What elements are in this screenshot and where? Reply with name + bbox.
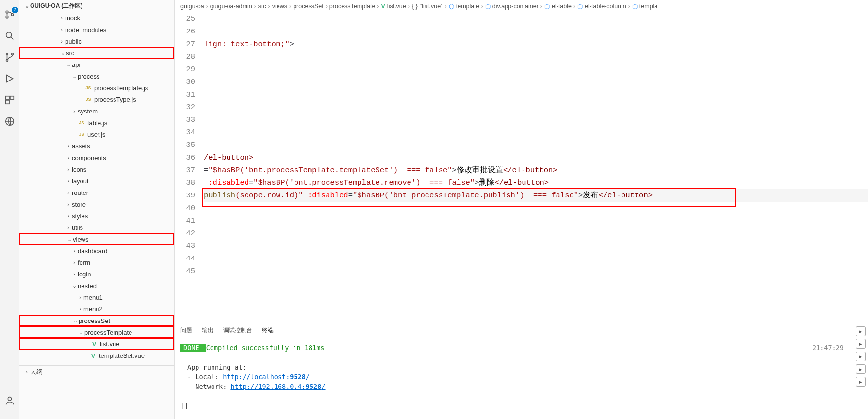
line-number: 25 <box>175 13 195 25</box>
local-port[interactable]: 9528 <box>290 373 306 381</box>
git-branch-icon[interactable] <box>3 50 16 64</box>
tree-item-menu2[interactable]: ›menu2 <box>19 303 174 315</box>
breadcrumb-item[interactable]: src <box>258 3 266 10</box>
tree-item-processTemplate-js[interactable]: JSprocessTemplate.js <box>19 82 174 94</box>
tree-label: api <box>72 61 174 68</box>
terminal-ctrl-3[interactable]: ▸ <box>856 352 866 361</box>
local-slash[interactable]: / <box>306 373 310 381</box>
tree-item-nested[interactable]: ⌄nested <box>19 280 174 291</box>
code-line[interactable] <box>204 139 868 151</box>
terminal-ctrl-5[interactable]: ▸ <box>856 377 866 387</box>
tree-label: form <box>78 259 174 266</box>
tree-item-menu1[interactable]: ›menu1 <box>19 291 174 303</box>
tree-item-table-js[interactable]: JStable.js <box>19 117 174 129</box>
tree-item-styles[interactable]: ›styles <box>19 210 174 222</box>
code-line[interactable] <box>204 227 868 240</box>
tree-item-layout[interactable]: ›layout <box>19 175 174 187</box>
tree-label: processTemplate <box>84 329 173 336</box>
tree-item-form[interactable]: ›form <box>19 257 174 268</box>
code-line[interactable]: lign: text-bottom;"> <box>204 38 868 50</box>
code-line[interactable]: /el-button> <box>204 151 868 164</box>
tree-item-src[interactable]: ⌄src <box>19 47 174 59</box>
tree-item-components[interactable]: ›components <box>19 152 174 163</box>
code-line[interactable] <box>204 76 868 88</box>
tree-item-views[interactable]: ⌄views <box>19 233 174 245</box>
line-number: 26 <box>175 25 195 38</box>
tree-item-dashboard[interactable]: ›dashboard <box>19 245 174 257</box>
tree-item-assets[interactable]: ›assets <box>19 140 174 152</box>
breadcrumb-item[interactable]: ⬡div.app-container <box>485 3 539 10</box>
panel-tab-3[interactable]: 终端 <box>262 324 274 337</box>
breadcrumb-item[interactable]: ⬡el-table <box>544 3 572 10</box>
account-icon[interactable] <box>3 394 16 407</box>
panel-tab-2[interactable]: 调试控制台 <box>223 324 252 337</box>
outline-section[interactable]: › 大纲 <box>19 365 174 378</box>
terminal[interactable]: 21:47:29 DONE Compiled successfully in 1… <box>175 339 853 419</box>
tree-item-user-js[interactable]: JSuser.js <box>19 129 174 140</box>
code-line[interactable] <box>204 126 868 139</box>
code-line[interactable] <box>204 88 868 101</box>
tree-item-processType-js[interactable]: JSprocessType.js <box>19 94 174 105</box>
breadcrumb-item[interactable]: ⬡template <box>449 3 479 10</box>
code-area[interactable]: lign: text-bottom;">/el-button>="$hasBP(… <box>204 13 868 322</box>
explorer-header[interactable]: ⌄ GUIGU-OA (工作区) <box>19 0 174 12</box>
code-editor[interactable]: 2526272829303132333435363738394041424344… <box>175 13 868 322</box>
network-url[interactable]: http://192.168.0.4: <box>230 383 305 390</box>
breadcrumb-item[interactable]: guigu-oa <box>180 3 204 10</box>
tree-item-list-vue[interactable]: Vlist.vue <box>19 338 174 350</box>
line-number: 41 <box>175 214 195 227</box>
tree-item-public[interactable]: ›public <box>19 35 174 47</box>
terminal-ctrl-4[interactable]: ▸ <box>856 364 866 374</box>
tree-item-processTemplate[interactable]: ⌄processTemplate <box>19 326 174 338</box>
tree-item-mock[interactable]: ›mock <box>19 12 174 24</box>
tree-item-system[interactable]: ›system <box>19 105 174 117</box>
code-line[interactable] <box>204 252 868 265</box>
breadcrumb-label: el-table-column <box>585 3 626 10</box>
breadcrumb-item[interactable]: processTemplate <box>329 3 376 10</box>
tree-item-templateSet-vue[interactable]: VtemplateSet.vue <box>19 350 174 361</box>
breadcrumb-item[interactable]: ⬡el-table-column <box>577 3 626 10</box>
svg-rect-8 <box>10 96 13 99</box>
code-line[interactable] <box>204 214 868 227</box>
tree-item-processSet[interactable]: ⌄processSet <box>19 315 174 326</box>
extensions-icon[interactable] <box>3 93 16 107</box>
code-line[interactable] <box>204 63 868 76</box>
network-port[interactable]: 9528 <box>306 383 322 390</box>
network-slash[interactable]: / <box>321 383 325 390</box>
tree-item-store[interactable]: ›store <box>19 198 174 210</box>
code-line[interactable]: ="$hasBP('bnt.processTemplate.templateSe… <box>204 164 868 177</box>
local-url[interactable]: http://localhost: <box>223 373 290 381</box>
tree-item-router[interactable]: ›router <box>19 187 174 198</box>
tree-item-node_modules[interactable]: ›node_modules <box>19 24 174 35</box>
code-line[interactable] <box>204 240 868 252</box>
tree-item-process[interactable]: ⌄process <box>19 70 174 82</box>
tree-label: styles <box>72 212 174 220</box>
breadcrumb-item[interactable]: processSet <box>293 3 324 10</box>
code-line[interactable] <box>204 13 868 25</box>
search-icon[interactable] <box>3 29 16 43</box>
remote-icon[interactable] <box>3 114 16 128</box>
breadcrumb-item[interactable]: views <box>272 3 287 10</box>
panel-tab-0[interactable]: 问题 <box>180 324 192 337</box>
terminal-ctrl-1[interactable]: ▸ <box>856 326 866 336</box>
code-line[interactable]: :disabled="$hasBP('bnt.processTemplate.r… <box>204 177 868 189</box>
source-control-icon[interactable]: 2 <box>3 8 16 21</box>
breadcrumb-item[interactable]: Vlist.vue <box>381 3 406 10</box>
breadcrumb-item[interactable]: ⬡templa <box>632 3 658 10</box>
breadcrumb-item[interactable]: guigu-oa-admin <box>210 3 252 10</box>
breadcrumb-item[interactable]: { }"list.vue" <box>412 3 443 10</box>
terminal-ctrl-2[interactable]: ▸ <box>856 339 866 349</box>
tree-item-login[interactable]: ›login <box>19 268 174 280</box>
tree-item-icons[interactable]: ›icons <box>19 163 174 175</box>
code-line[interactable] <box>204 265 868 277</box>
tree-label: utils <box>72 224 174 231</box>
code-line[interactable] <box>204 50 868 63</box>
panel-tab-1[interactable]: 输出 <box>202 324 213 337</box>
line-number: 29 <box>175 63 195 76</box>
tree-item-utils[interactable]: ›utils <box>19 222 174 233</box>
code-line[interactable] <box>204 113 868 126</box>
tree-item-api[interactable]: ⌄api <box>19 59 174 70</box>
code-line[interactable] <box>204 25 868 38</box>
code-line[interactable] <box>204 101 868 113</box>
run-debug-icon[interactable] <box>3 72 16 85</box>
